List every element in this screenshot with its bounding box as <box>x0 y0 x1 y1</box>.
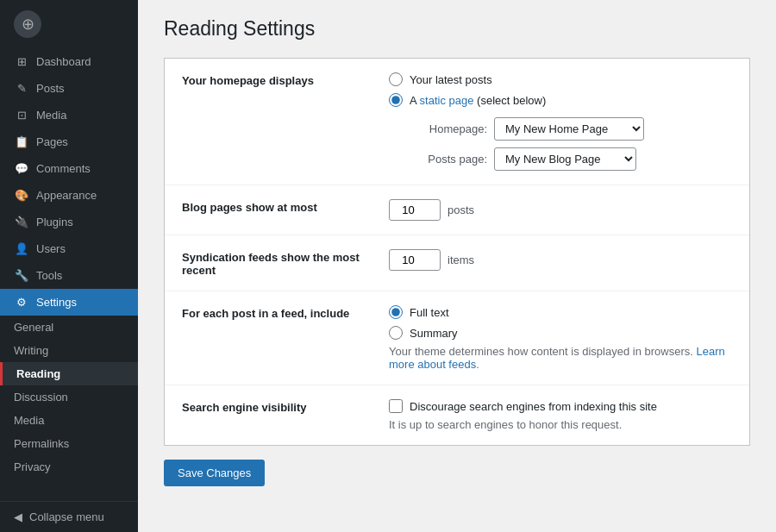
blog-pages-input[interactable]: 10 <box>389 199 441 221</box>
sidebar: ⊕ ⊞ Dashboard ✎ Posts ⊡ Media 📋 Pages 💬 … <box>0 0 138 532</box>
sidebar-item-label: Pages <box>36 135 68 148</box>
sidebar-item-pages[interactable]: 📋 Pages <box>0 128 138 155</box>
feed-include-row: For each post in a feed, include Full te… <box>165 291 749 385</box>
sidebar-item-tools[interactable]: 🔧 Tools <box>0 262 138 289</box>
feed-include-label: For each post in a feed, include <box>182 305 372 320</box>
radio-static-page[interactable]: A static page (select below) <box>389 93 732 107</box>
syndication-feeds-suffix: items <box>447 253 474 266</box>
feed-theme-note: Your theme determines how content is dis… <box>389 345 732 371</box>
page-title: Reading Settings <box>164 17 750 41</box>
appearance-icon: 🎨 <box>14 189 29 202</box>
search-engine-control: Discourage search engines from indexing … <box>389 399 732 431</box>
blog-pages-row: Blog pages show at most 10 posts <box>165 185 749 235</box>
wp-logo-icon: ⊕ <box>14 10 41 38</box>
settings-submenu: General Writing Reading Discussion Media… <box>0 316 138 479</box>
search-engine-help: It is up to search engines to honor this… <box>389 418 732 431</box>
blog-pages-input-group: 10 posts <box>389 199 732 221</box>
sidebar-item-label: Users <box>36 242 66 255</box>
sidebar-item-dashboard[interactable]: ⊞ Dashboard <box>0 48 138 75</box>
feed-include-control: Full text Summary Your theme determines … <box>389 305 732 371</box>
sidebar-item-appearance[interactable]: 🎨 Appearance <box>0 182 138 209</box>
homepage-displays-label: Your homepage displays <box>182 72 372 87</box>
radio-full-label: Full text <box>410 306 449 319</box>
posts-page-select-label: Posts page: <box>410 153 487 166</box>
feed-include-radio-group: Full text Summary <box>389 305 732 340</box>
search-engine-checkbox[interactable] <box>389 399 403 413</box>
sidebar-item-label: Plugins <box>36 216 73 228</box>
syndication-feeds-label: Syndication feeds show the most recent <box>182 249 372 277</box>
syndication-feeds-control: 10 items <box>389 249 732 271</box>
radio-summary[interactable]: Summary <box>389 326 732 340</box>
blog-pages-control: 10 posts <box>389 199 732 221</box>
radio-static-label: A static page (select below) <box>410 94 546 107</box>
sidebar-item-users[interactable]: 👤 Users <box>0 235 138 262</box>
submenu-writing[interactable]: Writing <box>0 339 138 362</box>
submenu-reading[interactable]: Reading <box>0 362 138 385</box>
sidebar-item-label: Appearance <box>36 189 97 202</box>
dashboard-icon: ⊞ <box>14 55 29 68</box>
static-suffix: (select below) <box>477 94 546 107</box>
sidebar-item-label: Media <box>36 109 66 122</box>
sidebar-item-label: Dashboard <box>36 55 91 68</box>
homepage-displays-control: Your latest posts A static page (select … <box>389 72 732 171</box>
search-engine-checkbox-label: Discourage search engines from indexing … <box>410 400 657 413</box>
radio-static-input[interactable] <box>389 93 403 107</box>
blog-pages-suffix: posts <box>447 203 474 216</box>
radio-summary-input[interactable] <box>389 326 403 340</box>
settings-form: Your homepage displays Your latest posts… <box>164 58 750 446</box>
submenu-media[interactable]: Media <box>0 409 138 432</box>
static-page-selects: Homepage: My New Home Page Sample Page A… <box>389 117 732 171</box>
homepage-select[interactable]: My New Home Page Sample Page About <box>494 117 644 141</box>
users-icon: 👤 <box>14 242 29 255</box>
sidebar-item-settings[interactable]: ⚙ Settings <box>0 289 138 316</box>
search-engine-label: Search engine visibility <box>182 399 372 414</box>
syndication-feeds-input-group: 10 items <box>389 249 732 271</box>
syndication-feeds-input[interactable]: 10 <box>389 249 441 271</box>
radio-latest-input[interactable] <box>389 72 403 86</box>
posts-page-select[interactable]: My New Blog Page Blog News <box>494 147 636 171</box>
radio-full-text[interactable]: Full text <box>389 305 732 319</box>
sidebar-logo: ⊕ <box>0 0 138 48</box>
sidebar-item-plugins[interactable]: 🔌 Plugins <box>0 209 138 235</box>
sidebar-item-label: Tools <box>36 269 62 282</box>
comments-icon: 💬 <box>14 162 29 175</box>
syndication-feeds-row: Syndication feeds show the most recent 1… <box>165 235 749 291</box>
collapse-menu-label: Collapse menu <box>29 510 104 523</box>
collapse-menu-button[interactable]: ◀ Collapse menu <box>0 501 138 532</box>
theme-note-text: Your theme determines how content is dis… <box>389 345 693 358</box>
collapse-arrow-icon: ◀ <box>14 510 22 523</box>
homepage-radio-group: Your latest posts A static page (select … <box>389 72 732 107</box>
settings-icon: ⚙ <box>14 296 29 309</box>
blog-pages-label: Blog pages show at most <box>182 199 372 214</box>
homepage-select-label: Homepage: <box>410 122 487 135</box>
posts-page-select-row: Posts page: My New Blog Page Blog News <box>410 147 732 171</box>
search-engine-checkbox-item[interactable]: Discourage search engines from indexing … <box>389 399 732 413</box>
posts-icon: ✎ <box>14 82 29 95</box>
sidebar-item-comments[interactable]: 💬 Comments <box>0 155 138 182</box>
media-icon: ⊡ <box>14 109 29 122</box>
pages-icon: 📋 <box>14 135 29 148</box>
static-option-text: A <box>410 94 416 107</box>
save-changes-button[interactable]: Save Changes <box>164 460 265 486</box>
radio-summary-label: Summary <box>410 327 458 340</box>
main-content: Reading Settings Your homepage displays … <box>138 0 776 532</box>
submenu-general[interactable]: General <box>0 316 138 339</box>
homepage-displays-row: Your homepage displays Your latest posts… <box>165 59 749 185</box>
tools-icon: 🔧 <box>14 269 29 282</box>
submenu-permalinks[interactable]: Permalinks <box>0 432 138 455</box>
submenu-discussion[interactable]: Discussion <box>0 385 138 409</box>
static-page-link[interactable]: static page <box>420 94 474 107</box>
sidebar-item-label: Settings <box>36 296 77 309</box>
sidebar-item-label: Posts <box>36 82 65 95</box>
save-button-row: Save Changes <box>164 446 750 486</box>
search-engine-row: Search engine visibility Discourage sear… <box>165 385 749 445</box>
submenu-privacy[interactable]: Privacy <box>0 455 138 479</box>
sidebar-item-media[interactable]: ⊡ Media <box>0 102 138 128</box>
radio-latest-label: Your latest posts <box>410 73 492 86</box>
sidebar-item-posts[interactable]: ✎ Posts <box>0 75 138 102</box>
homepage-select-row: Homepage: My New Home Page Sample Page A… <box>410 117 732 141</box>
radio-latest-posts[interactable]: Your latest posts <box>389 72 732 86</box>
plugins-icon: 🔌 <box>14 216 29 228</box>
radio-full-input[interactable] <box>389 305 403 319</box>
sidebar-item-label: Comments <box>36 162 91 175</box>
